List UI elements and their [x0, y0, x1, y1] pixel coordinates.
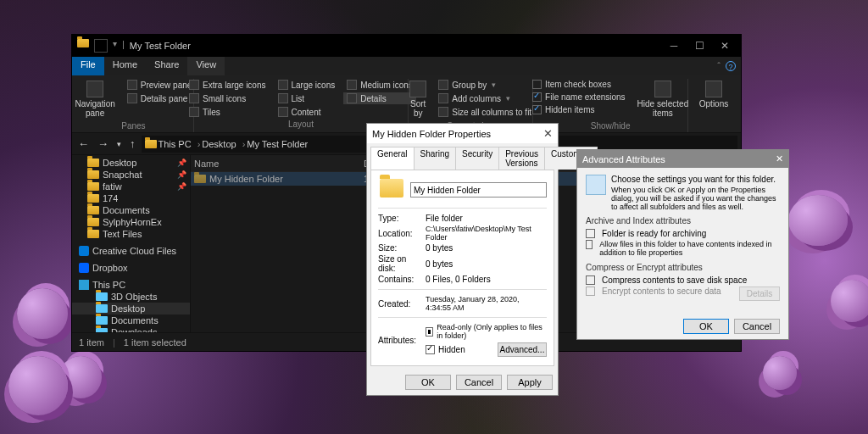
maximize-button[interactable]: ☐: [687, 36, 712, 55]
qat-icon[interactable]: [94, 39, 108, 53]
item-checkboxes-toggle[interactable]: Item check boxes: [529, 79, 629, 90]
qat-dropdown[interactable]: ▾: [113, 39, 117, 53]
navigation-pane-button[interactable]: Navigation pane: [72, 79, 119, 120]
tab-share[interactable]: Share: [146, 57, 187, 75]
breadcrumb-item[interactable]: This PC: [159, 139, 201, 149]
hidden-items-toggle[interactable]: Hidden items: [529, 104, 629, 115]
layout-list[interactable]: List: [275, 92, 339, 104]
index-checkbox[interactable]: [586, 240, 593, 249]
folder-icon: [77, 39, 89, 47]
tab-home[interactable]: Home: [104, 57, 146, 75]
dialog-title: Advanced Attributes✕: [577, 150, 788, 168]
up-button[interactable]: ↑: [127, 137, 138, 150]
preview-pane-button[interactable]: Preview pane: [124, 79, 196, 91]
layout-details[interactable]: Details: [343, 92, 416, 104]
layout-content[interactable]: Content: [275, 106, 339, 118]
tab-view[interactable]: View: [187, 57, 225, 75]
layout-extra-large[interactable]: Extra large icons: [186, 79, 269, 91]
folder-icon: [145, 140, 157, 148]
group-by-button[interactable]: Group by: [435, 79, 535, 91]
help-button[interactable]: ?: [726, 61, 736, 71]
compress-checkbox[interactable]: [586, 275, 595, 285]
group-layout-label: Layout: [288, 118, 314, 129]
hide-selected-button[interactable]: Hide selected items: [634, 79, 693, 120]
back-button[interactable]: ←: [75, 137, 92, 150]
add-columns-button[interactable]: Add columns: [435, 92, 535, 104]
ribbon-tabs: File Home Share View ˆ ?: [72, 57, 741, 75]
breadcrumb-item[interactable]: Desktop: [202, 139, 245, 149]
cancel-button[interactable]: Cancel: [734, 319, 780, 334]
ok-button[interactable]: OK: [405, 375, 451, 390]
layout-small[interactable]: Small icons: [186, 92, 269, 104]
tree-view[interactable]: Desktop📌 Snapchat📌 fatiw📌 174 Documents …: [72, 155, 191, 332]
column-name[interactable]: Name: [194, 159, 364, 169]
group-showhide-label: Show/hide: [591, 120, 631, 131]
sort-by-button[interactable]: Sort by: [406, 79, 430, 120]
readonly-checkbox[interactable]: [426, 327, 433, 337]
folder-name-input[interactable]: [410, 182, 547, 198]
status-count: 1 item: [79, 337, 104, 348]
group-panes-label: Panes: [121, 120, 145, 131]
cancel-button[interactable]: Cancel: [456, 375, 502, 390]
apply-button[interactable]: Apply: [507, 375, 553, 390]
properties-dialog: My Hidden Folder Properties✕ General Sha…: [366, 123, 559, 396]
ok-button[interactable]: OK: [683, 319, 729, 334]
tab-sharing[interactable]: Sharing: [415, 147, 456, 170]
layout-medium[interactable]: Medium icons: [343, 79, 416, 91]
close-button[interactable]: ✕: [543, 127, 553, 140]
forward-button[interactable]: →: [95, 137, 111, 150]
tab-versions[interactable]: Previous Versions: [499, 147, 545, 170]
close-button[interactable]: ✕: [712, 36, 737, 55]
details-pane-button[interactable]: Details pane: [124, 92, 196, 104]
layout-tiles[interactable]: Tiles: [186, 106, 269, 118]
breadcrumb-item[interactable]: My Test Folder: [247, 139, 314, 149]
details-button: Details: [739, 287, 780, 301]
tab-security[interactable]: Security: [456, 147, 499, 170]
titlebar: ▾ | My Test Folder ─ ☐ ✕: [72, 35, 741, 57]
attributes-icon: [586, 175, 606, 195]
tab-file[interactable]: File: [72, 57, 104, 75]
status-selected: 1 item selected: [124, 337, 186, 348]
folder-icon: [380, 179, 403, 198]
file-extensions-toggle[interactable]: File name extensions: [529, 92, 629, 103]
window-title: My Test Folder: [130, 41, 191, 51]
tab-general[interactable]: General: [370, 147, 415, 170]
advanced-attributes-dialog: Advanced Attributes✕ Choose the settings…: [576, 149, 789, 340]
advanced-button[interactable]: Advanced...: [498, 342, 547, 357]
archive-checkbox[interactable]: [586, 229, 595, 238]
hidden-checkbox[interactable]: [426, 345, 435, 354]
history-button[interactable]: ▾: [114, 140, 124, 148]
size-columns-button[interactable]: Size all columns to fit: [435, 106, 535, 118]
options-button[interactable]: Options: [696, 79, 732, 118]
ribbon-collapse[interactable]: ˆ: [717, 61, 721, 71]
dialog-title: My Hidden Folder Properties✕: [367, 124, 558, 143]
layout-large[interactable]: Large icons: [275, 79, 339, 91]
close-button[interactable]: ✕: [776, 153, 783, 164]
minimize-button[interactable]: ─: [661, 36, 687, 55]
encrypt-checkbox: [586, 287, 595, 296]
